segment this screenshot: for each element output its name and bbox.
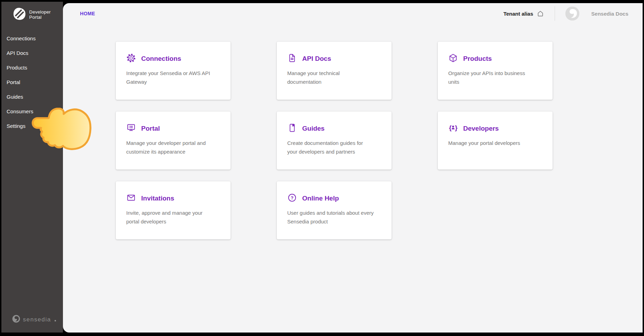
card-products[interactable]: Products Organize your APIs into busines… [438,42,553,100]
sidebar-item-consumers[interactable]: Consumers [1,104,63,118]
help-icon: ? [287,193,297,204]
braces-person-icon: { } [448,123,458,134]
card-title: Portal [141,125,160,132]
sensedia-brand: sensedia [1,315,63,333]
card-guides[interactable]: Guides Create documentation guides for y… [277,112,392,170]
card-developers[interactable]: { } Developers Manage your portal develo… [438,112,553,170]
card-portal[interactable]: Portal Manage your developer portal and … [116,112,231,170]
chevron-down-icon [50,110,55,116]
svg-text:?: ? [291,195,293,200]
card-description: Organize your APIs into business units [448,69,535,86]
card-title: Products [463,55,492,63]
sensedia-swirl-icon [12,315,20,324]
document-icon [287,53,297,64]
sensedia-brand-text: sensedia [23,316,51,323]
card-description: Create documentation guides for your dev… [287,139,374,156]
sidebar: Developer Portal Connections API Docs Pr… [1,2,63,333]
card-description: Manage your developer portal and customi… [126,139,213,156]
card-description: Integrate your Sensedia or AWS API Gatew… [126,69,213,86]
card-api-docs[interactable]: API Docs Manage your technical documenta… [277,42,392,100]
card-title: Connections [141,55,181,63]
header-divider [555,6,555,21]
sidebar-item-portal[interactable]: Portal [1,75,63,89]
developer-portal-window: Developer Portal Connections API Docs Pr… [0,0,644,336]
sidebar-item-api-docs[interactable]: API Docs [1,46,63,60]
sidebar-nav: Connections API Docs Products Portal Gui… [1,31,63,133]
breadcrumb-home[interactable]: HOME [80,11,95,16]
svg-text:{: { [449,124,451,131]
card-grid: Connections Integrate your Sensedia or A… [116,42,643,239]
card-title: API Docs [302,55,331,63]
cube-icon [448,53,458,64]
top-bar: HOME Tenant alias Sensedia Docs [63,3,643,22]
card-description: User guides and tutorials about every Se… [287,208,374,226]
tenant-alias-label: Tenant alias [504,11,533,17]
book-icon [287,123,297,134]
card-description: Manage your technical documentation [287,69,374,86]
avatar[interactable] [565,7,579,21]
home-icon[interactable] [537,10,544,17]
envelope-icon [126,193,136,204]
svg-text:}: } [455,124,458,131]
card-invitations[interactable]: Invitations Invite, approve and manage y… [116,181,231,239]
sidebar-item-products[interactable]: Products [1,60,63,75]
sensedia-brand-dot [55,320,56,321]
card-title: Invitations [141,195,174,202]
card-description: Manage your portal developers [448,139,535,147]
monitor-icon [126,123,136,134]
app-logo[interactable]: Developer Portal [1,2,63,22]
sensedia-docs-link[interactable]: Sensedia Docs [591,11,628,17]
gear-icon [126,53,136,64]
card-title: Developers [463,125,499,132]
card-online-help[interactable]: ? Online Help User guides and tutorials … [277,181,392,239]
card-connections[interactable]: Connections Integrate your Sensedia or A… [116,42,231,100]
sidebar-item-settings[interactable]: Settings [1,118,63,133]
card-title: Guides [302,125,324,132]
sidebar-item-connections[interactable]: Connections [1,31,63,46]
developer-portal-logo-icon [13,7,26,22]
card-title: Online Help [302,195,339,202]
sidebar-item-guides[interactable]: Guides [1,89,63,104]
main-content: HOME Tenant alias Sensedia Docs [63,3,643,333]
card-description: Invite, approve and manage your portal d… [126,208,213,226]
app-logo-text: Developer Portal [29,9,51,20]
